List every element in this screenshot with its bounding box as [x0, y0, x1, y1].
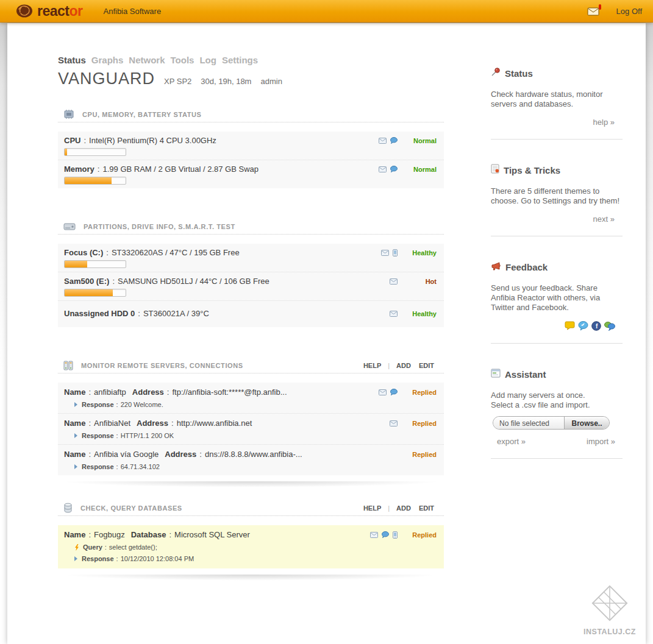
browse-button[interactable]: Browse.. — [564, 417, 609, 429]
sidebar-body: Check hardware status, monitor servers a… — [491, 90, 623, 109]
host-os: XP SP2 — [164, 77, 191, 86]
add-link[interactable]: ADD — [396, 362, 411, 369]
brand-react: react — [37, 3, 69, 19]
sidebar-section-assistant: Assistant Add many servers at once. Sele… — [491, 368, 623, 459]
expand-arrow-icon[interactable] — [74, 402, 77, 407]
phone-icon[interactable] — [393, 249, 398, 257]
status-badge: Healthy — [406, 310, 437, 317]
tab-log[interactable]: Log — [199, 55, 216, 65]
sidebar-body: Send us your feedback. Share Anfibia Rea… — [491, 283, 623, 313]
host-user: admin — [260, 77, 282, 86]
edit-link[interactable]: EDIT — [419, 504, 434, 512]
drive-row-focus: Focus (C:) : ST3320620AS / 47°C / 195 GB… — [58, 244, 444, 272]
section-drives: PARTITIONS, DRIVE INFO, S.M.A.R.T. TEST … — [58, 224, 444, 327]
memory-usage-bar — [64, 177, 126, 185]
sidebar-title: Status — [505, 68, 533, 79]
sidebar-body: Add many servers at once. Select a .csv … — [491, 391, 623, 410]
section-servers: MONITOR REMOTE SERVERS, CONNECTIONS HELP… — [58, 363, 444, 489]
instaluj-watermark: INSTALUJ.CZ — [573, 584, 646, 636]
tab-graphs[interactable]: Graphs — [91, 55, 124, 65]
servers-icon — [63, 361, 73, 370]
tab-tools[interactable]: Tools — [171, 55, 194, 65]
status-badge: Replied — [406, 389, 437, 396]
server-row-google: Name : Anfibia vía Google Address : dns:… — [58, 444, 444, 475]
database-icon — [63, 503, 73, 513]
facebook-icon[interactable]: f — [591, 321, 601, 331]
sidebar-title: Feedback — [505, 262, 548, 272]
edit-link[interactable]: EDIT — [419, 362, 434, 369]
help-link[interactable]: HELP — [363, 504, 381, 512]
csv-file-input[interactable]: No file selected Browse.. — [493, 416, 610, 430]
comment-icon[interactable] — [390, 389, 398, 395]
cpu-chip-icon — [63, 110, 74, 119]
comment-icon[interactable] — [382, 531, 389, 538]
drive-row-unassigned: Unassigned HDD 0 : ST360021A / 39°C Heal… — [58, 300, 444, 327]
mail-icon[interactable] — [379, 138, 387, 144]
host-uptime: 30d, 19h, 18m — [201, 77, 251, 86]
assistant-window-icon — [491, 369, 501, 380]
section-databases: CHECK, QUERY DATABASES HELP | ADD EDIT N… — [58, 505, 444, 582]
section-title: PARTITIONS, DRIVE INFO, S.M.A.R.T. TEST — [84, 223, 235, 230]
drive-usage-bar — [64, 260, 126, 268]
export-link[interactable]: export » — [497, 437, 526, 446]
status-badge: Replied — [406, 531, 437, 539]
section-title: CHECK, QUERY DATABASES — [80, 504, 182, 512]
pushpin-icon — [491, 67, 501, 79]
tab-status[interactable]: Status — [58, 55, 86, 65]
section-hardware: CPU, MEMORY, BATTERY STATUS CPU : Intel(… — [58, 111, 444, 188]
tips-note-icon — [491, 164, 499, 176]
mail-icon[interactable] — [381, 250, 389, 256]
logoff-link[interactable]: Log Off — [616, 7, 642, 16]
expand-arrow-icon[interactable] — [74, 556, 77, 561]
reactor-logo: reactor — [16, 3, 82, 19]
sidebar-section-status: Status Check hardware status, monitor se… — [491, 67, 623, 140]
comment-icon[interactable] — [390, 137, 398, 144]
mail-icon[interactable] — [390, 420, 398, 426]
mail-icon[interactable] — [379, 166, 387, 172]
mail-alert-icon[interactable] — [587, 7, 599, 16]
help-more-link[interactable]: help » — [593, 118, 615, 127]
instaluj-logo-icon — [590, 614, 629, 625]
host-header: VANGUARD XP SP2 30d, 19h, 18m admin — [58, 69, 444, 88]
social-icons: f — [491, 321, 623, 331]
mail-icon[interactable] — [370, 532, 378, 538]
status-badge: Normal — [406, 166, 437, 173]
cpu-row: CPU : Intel(R) Pentium(R) 4 CPU 3.00GHz … — [58, 132, 444, 160]
tab-network[interactable]: Network — [129, 55, 165, 65]
status-badge: Hot — [406, 278, 437, 285]
share-bubbles-icon[interactable] — [604, 321, 615, 331]
topbar: reactor Anfibia Software Log Off — [0, 0, 653, 23]
sidebar-title: Assistant — [505, 369, 546, 380]
add-link[interactable]: ADD — [396, 504, 411, 512]
sidebar-section-tips: Tips & Tricks There are 5 different them… — [491, 164, 623, 236]
comment-icon[interactable] — [390, 166, 398, 172]
mail-icon[interactable] — [379, 389, 387, 395]
status-badge: Replied — [406, 420, 437, 427]
section-title: MONITOR REMOTE SERVERS, CONNECTIONS — [81, 362, 243, 369]
help-link[interactable]: HELP — [363, 362, 381, 369]
import-link[interactable]: import » — [587, 437, 615, 446]
drive-usage-bar — [64, 289, 126, 297]
status-badge: Normal — [406, 137, 437, 144]
next-tip-link[interactable]: next » — [593, 214, 615, 224]
database-row-fogbugz: Name : Fogbugz Database : Microsoft SQL … — [58, 525, 444, 568]
content-sheet: Status Graphs Network Tools Log Settings… — [7, 23, 646, 644]
file-input-text: No file selected — [493, 417, 564, 429]
status-badge: Replied — [406, 451, 437, 458]
megaphone-icon — [491, 261, 501, 273]
memory-row: Memory : 1.99 GB RAM / 2 GB Virtual / 2.… — [58, 160, 444, 188]
brand-or: or — [69, 3, 82, 19]
company-name: Anfibia Software — [103, 7, 161, 16]
tab-settings[interactable]: Settings — [222, 55, 258, 65]
twitter-icon[interactable] — [578, 321, 588, 331]
sheet-shadow-divider — [58, 575, 444, 582]
sidebar-body: There are 5 different themes to choose. … — [491, 186, 623, 206]
mail-icon[interactable] — [390, 278, 398, 285]
mail-icon[interactable] — [390, 311, 398, 317]
chat-bubble-yellow-icon[interactable] — [565, 321, 575, 331]
expand-arrow-icon[interactable] — [74, 464, 77, 469]
phone-icon[interactable] — [393, 531, 398, 539]
status-badge: Healthy — [406, 249, 437, 257]
server-row-anfibiaftp: Name : anfibiaftp Address : ftp://anfibi… — [58, 383, 444, 413]
expand-arrow-icon[interactable] — [74, 433, 77, 438]
